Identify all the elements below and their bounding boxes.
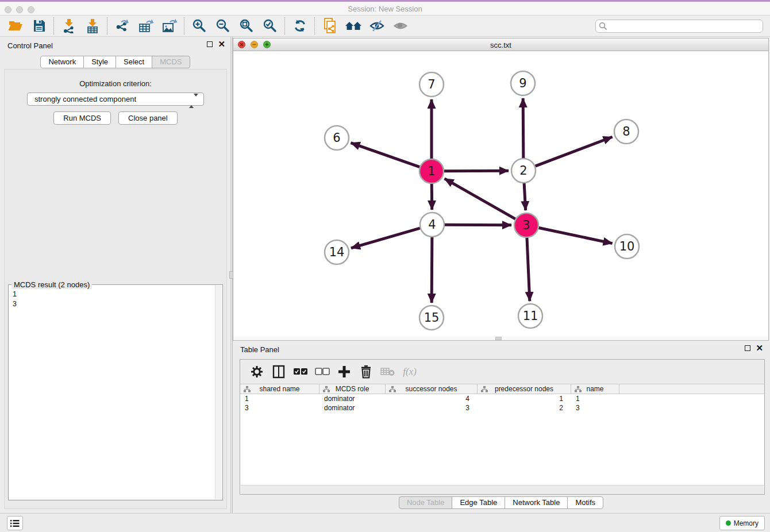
open-folder-icon[interactable] bbox=[3, 17, 27, 35]
show-columns-icon[interactable] bbox=[268, 363, 290, 381]
mcds-panel: Optimization criterion: strongly connect… bbox=[4, 69, 227, 509]
export-table-icon[interactable] bbox=[134, 17, 157, 35]
graph-node-7[interactable]: 7 bbox=[419, 72, 444, 97]
unselect-all-columns-icon[interactable] bbox=[311, 363, 333, 381]
table-cell[interactable]: 3 bbox=[571, 403, 619, 413]
graph-node-11[interactable]: 11 bbox=[518, 304, 542, 328]
graph-node-label: 3 bbox=[522, 218, 530, 232]
graph-edge-2-3[interactable] bbox=[524, 183, 525, 210]
graph-node-3[interactable]: 3 bbox=[514, 213, 538, 237]
graph-node-10[interactable]: 10 bbox=[615, 234, 639, 259]
graph-node-14[interactable]: 14 bbox=[325, 240, 349, 264]
graph-node-1[interactable]: 1 bbox=[419, 159, 444, 183]
table-cell[interactable]: 1 bbox=[478, 394, 571, 403]
horizontal-splitter-grip[interactable] bbox=[495, 337, 502, 340]
table-settings-icon[interactable] bbox=[246, 363, 268, 381]
result-item[interactable]: 1 bbox=[13, 290, 215, 299]
tab-select[interactable]: Select bbox=[116, 56, 152, 68]
column-header-name[interactable]: name bbox=[571, 384, 619, 394]
graph-edge-4-3[interactable] bbox=[445, 225, 511, 225]
result-scrollbar[interactable] bbox=[215, 286, 222, 499]
app-title: Session: New Session bbox=[0, 5, 770, 13]
memory-button[interactable]: Memory bbox=[719, 516, 765, 530]
close-table-panel-icon[interactable]: ✕ bbox=[756, 345, 763, 351]
graph-edge-1-6[interactable] bbox=[351, 143, 420, 167]
column-header-successor-nodes[interactable]: successor nodes bbox=[386, 384, 478, 394]
network-window-titlebar[interactable]: scc.txt bbox=[233, 38, 768, 51]
zoom-in-icon[interactable] bbox=[187, 17, 211, 35]
toolbar-separator bbox=[284, 17, 285, 34]
export-network-icon[interactable] bbox=[110, 17, 134, 35]
show-graphics-details-icon[interactable] bbox=[388, 17, 412, 35]
tab-network-table[interactable]: Network Table bbox=[505, 496, 568, 509]
column-header-predecessor-nodes[interactable]: predecessor nodes bbox=[478, 384, 571, 394]
table-row[interactable]: 1dominator411 bbox=[240, 394, 764, 403]
tab-edge-table[interactable]: Edge Table bbox=[452, 496, 505, 509]
run-mcds-button[interactable]: Run MCDS bbox=[53, 111, 111, 125]
graph-edge-2-9[interactable] bbox=[523, 98, 523, 158]
table-cell[interactable]: 3 bbox=[240, 403, 319, 413]
close-panel-button[interactable]: Close panel bbox=[118, 111, 178, 125]
tab-style[interactable]: Style bbox=[83, 56, 116, 68]
graph-edge-2-8[interactable] bbox=[536, 137, 613, 166]
column-header-MCDS-role[interactable]: MCDS role bbox=[319, 384, 386, 394]
column-header-shared-name[interactable]: shared name bbox=[240, 384, 319, 394]
zoom-out-icon[interactable] bbox=[211, 17, 234, 35]
table-hscrollbar[interactable] bbox=[241, 485, 764, 494]
graph-edge-3-10[interactable] bbox=[539, 228, 613, 244]
control-panel-tabs: NetworkStyleSelectMCDS bbox=[0, 56, 231, 68]
table-cell[interactable]: 4 bbox=[386, 394, 478, 403]
refresh-icon[interactable] bbox=[288, 17, 311, 35]
tab-network[interactable]: Network bbox=[40, 56, 84, 68]
zoom-fit-icon[interactable] bbox=[234, 17, 258, 35]
tab-mcds[interactable]: MCDS bbox=[152, 56, 190, 68]
graph-node-2[interactable]: 2 bbox=[511, 159, 536, 183]
tab-node-table[interactable]: Node Table bbox=[399, 496, 453, 509]
criterion-dropdown[interactable]: strongly connected component bbox=[27, 92, 204, 106]
graph-edge-4-15[interactable] bbox=[432, 237, 432, 303]
network-window: scc.txt 7968124314101511 bbox=[233, 38, 769, 341]
search-input[interactable] bbox=[595, 20, 763, 33]
function-builder-icon[interactable]: f(x) bbox=[399, 363, 421, 381]
hide-graphics-details-icon[interactable] bbox=[365, 17, 388, 35]
graph-node-15[interactable]: 15 bbox=[419, 306, 444, 330]
float-table-panel-icon[interactable] bbox=[745, 345, 750, 351]
duplicate-network-icon[interactable] bbox=[318, 17, 341, 35]
table-panel-tabs: Node TableEdge TableNetwork TableMotifs bbox=[233, 496, 770, 509]
table-cell[interactable]: 2 bbox=[478, 403, 571, 413]
hierarchy-icon bbox=[244, 386, 251, 392]
graph-node-9[interactable]: 9 bbox=[511, 71, 535, 95]
graph-edge-3-11[interactable] bbox=[527, 238, 530, 301]
graph-edge-3-1[interactable] bbox=[445, 179, 515, 219]
import-table-icon[interactable] bbox=[80, 17, 104, 35]
graph-node-6[interactable]: 6 bbox=[325, 126, 349, 150]
table-cell[interactable]: 1 bbox=[571, 394, 619, 403]
delete-table-icon[interactable] bbox=[377, 363, 399, 381]
table-cell[interactable]: 3 bbox=[386, 403, 478, 413]
graph-edge-4-14[interactable] bbox=[351, 228, 420, 248]
zoom-selected-icon[interactable] bbox=[258, 17, 282, 35]
export-image-icon[interactable] bbox=[157, 17, 181, 35]
network-canvas[interactable]: 7968124314101511 bbox=[233, 51, 768, 337]
delete-columns-icon[interactable] bbox=[355, 363, 377, 381]
result-item[interactable]: 3 bbox=[13, 299, 215, 309]
mcds-result-list[interactable]: 13 bbox=[9, 286, 215, 500]
table-cell[interactable]: dominator bbox=[319, 403, 386, 413]
graph-node-8[interactable]: 8 bbox=[614, 119, 638, 144]
network-window-bottom-edge bbox=[233, 337, 768, 340]
graph-node-4[interactable]: 4 bbox=[420, 213, 444, 237]
first-neighbors-icon[interactable] bbox=[341, 17, 365, 35]
add-column-icon[interactable] bbox=[333, 363, 355, 381]
table-cell[interactable]: dominator bbox=[319, 394, 386, 403]
graph-edge-1-2[interactable] bbox=[444, 171, 509, 171]
graph-node-label: 14 bbox=[329, 245, 345, 259]
tab-motifs[interactable]: Motifs bbox=[567, 496, 603, 509]
save-icon[interactable] bbox=[27, 17, 51, 35]
table-row[interactable]: 3dominator323 bbox=[240, 403, 764, 413]
task-history-button[interactable] bbox=[7, 516, 23, 530]
table-cell[interactable]: 1 bbox=[240, 394, 319, 403]
import-network-icon[interactable] bbox=[57, 17, 80, 35]
close-panel-icon[interactable]: ✕ bbox=[218, 41, 225, 47]
float-panel-icon[interactable] bbox=[207, 41, 213, 47]
select-all-columns-icon[interactable] bbox=[290, 363, 311, 381]
